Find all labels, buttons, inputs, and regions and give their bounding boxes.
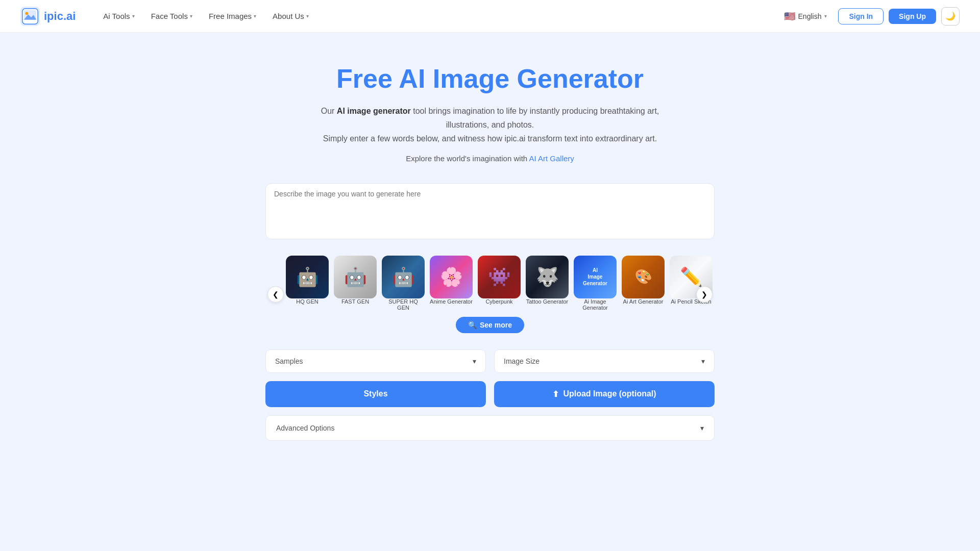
style-card-image: AIImageGenerator: [574, 256, 617, 298]
style-card-ai-image-gen[interactable]: AIImageGenerator Ai Image Generator: [574, 256, 617, 311]
see-more-button[interactable]: 🔍 See more: [456, 317, 524, 333]
style-card-fast-gen[interactable]: 🤖 FAST GEN: [334, 256, 377, 305]
nav-about-us[interactable]: About Us ▾: [265, 8, 316, 24]
face-tools-chevron-icon: ▾: [190, 13, 192, 19]
style-card-label: Ai Image Generator: [574, 298, 617, 311]
theme-toggle-button[interactable]: 🌙: [941, 7, 960, 26]
logo-icon: [20, 7, 40, 26]
hero-desc-line2: Simply enter a few words below, and witn…: [323, 134, 657, 143]
language-selector[interactable]: 🇺🇸 English ▾: [778, 8, 834, 25]
hero-section: Free AI Image Generator Our AI image gen…: [0, 33, 980, 173]
nav-right: 🇺🇸 English ▾ Sign In Sign Up 🌙: [778, 7, 960, 26]
language-label: English: [798, 12, 822, 20]
advanced-label: Advanced Options: [276, 424, 334, 432]
ai-tools-chevron-icon: ▾: [132, 13, 135, 19]
style-card-image: 🤖: [334, 256, 377, 298]
style-card-label: Ai Art Generator: [623, 298, 664, 305]
carousel-next-button[interactable]: ❯: [696, 286, 713, 303]
style-card-super-hq-gen[interactable]: 🤖 SUPER HQ GEN: [382, 256, 425, 311]
main-content: ❮ 🤖 HQ GEN 🤖 FAST GEN 🤖 SUPER HQ GEN 🌸 A…: [245, 173, 735, 461]
style-card-image: 🌸: [430, 256, 473, 298]
style-card-ai-art-gen[interactable]: 🎨 Ai Art Generator: [622, 256, 665, 305]
image-size-chevron-icon: ▾: [701, 357, 705, 365]
hero-explore-text: Explore the world's imagination with: [406, 154, 529, 163]
style-card-image: 👾: [478, 256, 521, 298]
style-card-hq-gen[interactable]: 🤖 HQ GEN: [286, 256, 329, 305]
nav-free-images[interactable]: Free Images ▾: [202, 8, 263, 24]
samples-chevron-icon: ▾: [473, 357, 476, 365]
samples-label: Samples: [275, 357, 303, 365]
style-carousel: ❮ 🤖 HQ GEN 🤖 FAST GEN 🤖 SUPER HQ GEN 🌸 A…: [265, 247, 715, 341]
style-card-anime-gen[interactable]: 🌸 Anime Generator: [430, 256, 473, 305]
style-card-label: FAST GEN: [341, 298, 369, 305]
advanced-chevron-icon: ▾: [700, 424, 704, 432]
style-card-label: Tattoo Generator: [526, 298, 569, 305]
carousel-right-icon: ❯: [701, 290, 707, 298]
free-images-chevron-icon: ▾: [254, 13, 256, 19]
upload-icon: ⬆: [552, 389, 559, 399]
carousel-track: 🤖 HQ GEN 🤖 FAST GEN 🤖 SUPER HQ GEN 🌸 Ani…: [265, 256, 715, 311]
carousel-prev-button[interactable]: ❮: [267, 286, 284, 303]
style-card-label: HQ GEN: [296, 298, 318, 305]
style-card-image: 🤖: [382, 256, 425, 298]
style-card-label: Anime Generator: [430, 298, 473, 305]
prompt-area: [265, 183, 715, 239]
ai-art-gallery-link[interactable]: AI Art Gallery: [529, 154, 574, 163]
hero-title: Free AI Image Generator: [20, 63, 960, 94]
hero-description: Our AI image generator tool brings imagi…: [311, 104, 669, 146]
style-card-label: SUPER HQ GEN: [382, 298, 425, 311]
logo-link[interactable]: ipic.ai: [20, 7, 76, 26]
styles-button[interactable]: Styles: [265, 381, 486, 407]
navbar: ipic.ai Ai Tools ▾ Face Tools ▾ Free Ima…: [0, 0, 980, 33]
flag-icon: 🇺🇸: [784, 11, 795, 22]
carousel-left-icon: ❮: [273, 290, 279, 298]
hero-desc-suffix: tool brings imagination to life by insta…: [411, 107, 659, 129]
hero-gallery-link-container: Explore the world's imagination with AI …: [20, 154, 960, 163]
action-row: Styles ⬆ Upload Image (optional): [265, 381, 715, 407]
style-card-image: 🐺: [526, 256, 569, 298]
hero-desc-prefix: Our: [321, 107, 337, 115]
nav-ai-tools[interactable]: Ai Tools ▾: [96, 8, 141, 24]
advanced-options[interactable]: Advanced Options ▾: [265, 415, 715, 441]
image-size-label: Image Size: [504, 357, 540, 365]
svg-point-3: [26, 12, 29, 15]
lang-chevron-icon: ▾: [824, 13, 827, 19]
sign-in-button[interactable]: Sign In: [838, 8, 884, 24]
style-card-tattoo-gen[interactable]: 🐺 Tattoo Generator: [526, 256, 569, 305]
samples-dropdown[interactable]: Samples ▾: [265, 349, 486, 373]
about-us-chevron-icon: ▾: [306, 13, 309, 19]
prompt-input[interactable]: [274, 190, 706, 231]
style-card-label: Cyberpunk: [485, 298, 512, 305]
theme-icon: 🌙: [945, 11, 955, 21]
image-size-dropdown[interactable]: Image Size ▾: [494, 349, 715, 373]
search-icon: 🔍: [468, 321, 477, 329]
upload-button[interactable]: ⬆ Upload Image (optional): [494, 381, 715, 407]
hero-desc-bold: AI image generator: [337, 107, 411, 115]
dropdowns-row: Samples ▾ Image Size ▾: [265, 349, 715, 373]
style-card-cyberpunk[interactable]: 👾 Cyberpunk: [478, 256, 521, 305]
sign-up-button[interactable]: Sign Up: [889, 9, 936, 24]
logo-text: ipic.ai: [44, 10, 76, 23]
nav-links: Ai Tools ▾ Face Tools ▾ Free Images ▾ Ab…: [96, 8, 777, 24]
style-card-image: 🤖: [286, 256, 329, 298]
see-more-label: See more: [480, 321, 512, 329]
nav-face-tools[interactable]: Face Tools ▾: [144, 8, 200, 24]
upload-label: Upload Image (optional): [563, 389, 656, 398]
style-card-image: 🎨: [622, 256, 665, 298]
